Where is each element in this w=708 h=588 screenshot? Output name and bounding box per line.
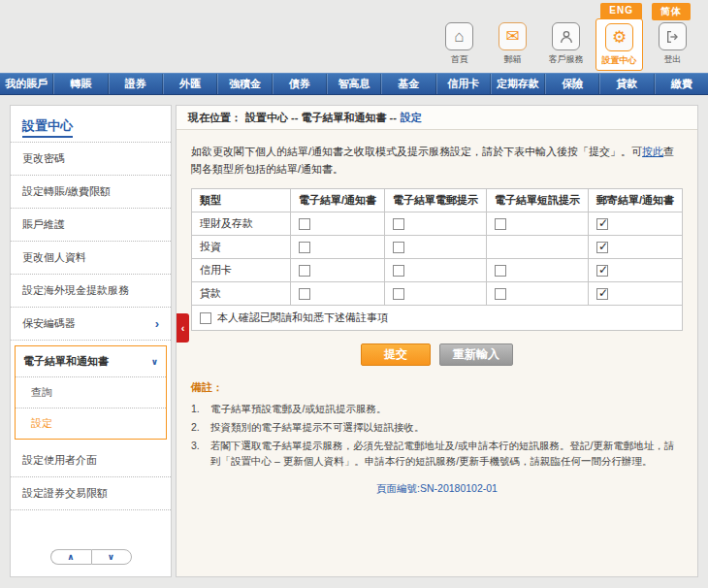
table-checkbox[interactable] [393,242,404,253]
breadcrumb-label: 現在位置： [188,111,241,125]
sidebar-group-estatement: 電子結單和通知書 ∨ 查詢 設定 [15,345,167,440]
header-type: 類型 [192,189,291,212]
nav-item-bonds[interactable]: 債券 [273,74,327,94]
nav-item-insurance[interactable]: 保險 [545,74,599,94]
nav-item-loans[interactable]: 貸款 [599,74,654,94]
mailbox-shortcut[interactable]: ✉ 郵箱 [489,18,536,69]
collapse-sidebar-tab[interactable]: ‹ [177,313,189,343]
view-statement-types-link[interactable]: 按此 [642,146,663,157]
scroll-down-button[interactable]: ∨ [91,549,132,565]
table-row: 投資 [192,236,683,259]
table-checkbox[interactable] [299,288,310,300]
table-row: 貸款 [192,282,683,306]
notes-section: 備註： 1. 電子結單預設電郵及/或短訊提示服務。 2. 投資類別的電子結單提示… [191,380,683,470]
table-checkbox[interactable] [393,265,404,277]
reset-button[interactable]: 重新輸入 [439,343,513,365]
table-checkbox[interactable] [299,265,310,277]
sidebar-item-security-device[interactable]: 保安編碼器 › [11,308,171,341]
sidebar-item-estatement-setting[interactable]: 設定 [16,408,166,439]
scroll-up-button[interactable]: ∧ [50,549,91,565]
table-checkbox[interactable] [596,218,608,230]
table-checkbox[interactable] [596,288,608,300]
settings-center-shortcut[interactable]: ⚙ 設置中心 [595,18,643,71]
sidebar-item-securities-trading-limit[interactable]: 設定證券交易限額 [11,477,171,510]
main-nav: 我的賬戶 轉賬 證券 外匯 強積金 債券 智高息 基金 信用卡 定期存款 保險 … [0,73,708,95]
home-label: 首頁 [451,53,468,66]
sidebar-scroll-controls: ∧ ∨ [11,549,171,565]
breadcrumb-current[interactable]: 設定 [401,111,422,125]
table-row: 信用卡 [192,259,683,282]
sidebar-item-estatement-enquiry[interactable]: 查詢 [16,377,166,408]
page-number: 頁面編號:SN-20180102-01 [191,482,683,496]
customer-service-shortcut[interactable]: 客戶服務 [542,18,590,69]
table-checkbox[interactable] [596,265,608,277]
customer-service-label: 客戶服務 [549,53,584,66]
sidebar-item-update-personal-info[interactable]: 更改個人資料 [11,242,171,275]
table-row: 理財及存款 [192,212,683,236]
nav-item-securities[interactable]: 證券 [109,74,163,94]
note-item: 3. 若閣下選取電子結單提示服務，必須先登記電郵地址及/或申請本行的短訊服務。登… [191,438,683,470]
nav-item-credit-card[interactable]: 信用卡 [436,74,491,94]
chevron-down-icon: ∨ [151,357,158,367]
sidebar-item-estatement[interactable]: 電子結單和通知書 ∨ [16,346,166,377]
logout-label: 登出 [664,53,682,66]
sidebar-title: 設置中心 [11,106,171,143]
header-email-alert: 電子結單電郵提示 [384,189,486,212]
customer-service-icon [552,22,580,50]
table-header-row: 類型 電子結單/通知書 電子結單電郵提示 電子結單短訊提示 郵寄結單/通知書 [192,189,683,212]
nav-item-time-deposit[interactable]: 定期存款 [491,74,545,94]
notes-title: 備註： [191,380,683,395]
nav-item-fx[interactable]: 外匯 [163,74,217,94]
table-checkbox[interactable] [596,242,608,253]
breadcrumb-path: 設置中心 -- 電子結單和通知書 -- [245,111,397,125]
table-checkbox[interactable] [495,265,506,277]
sidebar-item-account-maintenance[interactable]: 賬戶維護 [11,209,171,242]
quick-icon-bar: ⌂ 首頁 ✉ 郵箱 客戶服務 ⚙ 設置中心 登出 [435,18,696,71]
nav-item-funds[interactable]: 基金 [381,74,435,94]
submit-button[interactable]: 提交 [361,343,431,365]
table-checkbox[interactable] [495,288,506,300]
estatement-group-label: 電子結單和通知書 [23,354,109,369]
table-checkbox[interactable] [393,218,404,230]
content-panel: 現在位置： 設置中心 -- 電子結單和通知書 -- 設定 如欲更改閣下個人的結單… [176,105,698,577]
sidebar-item-ui-setting[interactable]: 設定使用者介面 [11,444,171,477]
gear-icon: ⚙ [605,23,633,51]
row-label: 信用卡 [192,259,291,282]
sidebar-item-change-password[interactable]: 更改密碼 [11,143,171,176]
confirm-text: 本人確認已閱讀和知悉下述備註事項 [217,310,388,325]
settings-center-label: 設置中心 [602,54,637,67]
sidebar-item-transfer-limits[interactable]: 設定轉賬/繳費限額 [11,176,171,209]
nav-item-smart-interest[interactable]: 智高息 [327,74,381,94]
mailbox-label: 郵箱 [504,53,522,66]
header-estatement: 電子結單/通知書 [290,189,384,212]
confirm-checkbox[interactable] [200,312,211,324]
sidebar-item-overseas-cash-withdrawal[interactable]: 設定海外現金提款服務 [11,275,171,308]
table-checkbox[interactable] [393,288,404,300]
header-paper-statement: 郵寄結單/通知書 [588,189,682,212]
row-label: 理財及存款 [192,212,291,236]
mail-icon: ✉ [499,22,527,50]
settings-sidebar: 設置中心 更改密碼 設定轉賬/繳費限額 賬戶維護 更改個人資料 設定海外現金提款… [10,105,172,577]
row-label: 貸款 [192,282,291,306]
nav-item-transfer[interactable]: 轉賬 [53,74,108,94]
home-icon: ⌂ [445,22,473,50]
row-label: 投資 [192,236,291,259]
note-item: 2. 投資類別的電子結單提示不可選擇以短訊接收。 [191,419,683,435]
action-buttons: 提交 重新輸入 [191,343,683,365]
note-item: 1. 電子結單預設電郵及/或短訊提示服務。 [191,401,683,416]
logout-icon [659,22,687,50]
table-checkbox[interactable] [495,218,506,230]
logout-shortcut[interactable]: 登出 [649,18,696,69]
confirm-row: 本人確認已閱讀和知悉下述備註事項 [191,306,683,331]
table-checkbox[interactable] [299,218,310,230]
breadcrumb: 現在位置： 設置中心 -- 電子結單和通知書 -- 設定 [177,106,697,130]
nav-item-mpf[interactable]: 強積金 [217,74,272,94]
chevron-right-icon: › [155,320,159,328]
estatement-settings-table: 類型 電子結單/通知書 電子結單電郵提示 電子結單短訊提示 郵寄結單/通知書 理… [191,188,683,306]
nav-item-my-accounts[interactable]: 我的賬戶 [0,74,53,94]
security-device-label: 保安編碼器 [22,316,76,331]
home-shortcut[interactable]: ⌂ 首頁 [435,18,483,69]
header-sms-alert: 電子結單短訊提示 [486,189,588,212]
nav-item-bill-payment[interactable]: 繳費 [655,74,708,94]
table-checkbox[interactable] [299,242,310,253]
